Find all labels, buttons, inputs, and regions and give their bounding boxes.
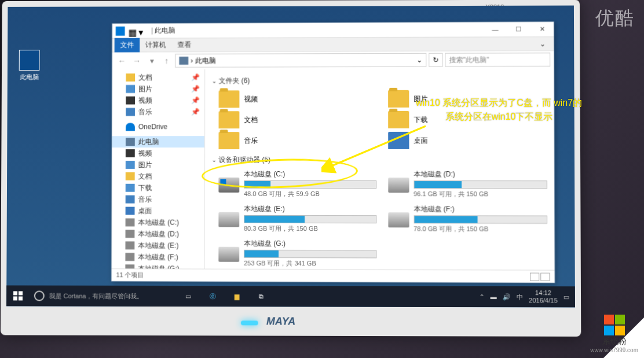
edge-icon[interactable]: ⓔ (202, 287, 223, 305)
folder-label: 文档 (244, 115, 258, 125)
notification-icon[interactable]: ▭ (564, 293, 569, 301)
sidebar-item-doc[interactable]: 文档 (112, 171, 204, 182)
desktop-icon-label: 此电脑 (12, 73, 47, 82)
tab-view[interactable]: 查看 (172, 38, 197, 52)
drive-item[interactable]: 本地磁盘 (G:) 253 GB 可用，共 341 GB (218, 239, 376, 268)
drive-item[interactable]: 本地磁盘 (E:) 80.3 GB 可用，共 150 GB (218, 204, 376, 234)
titlebar[interactable]: ▦ ▾ | 此电脑 — ☐ ✕ (112, 22, 554, 39)
sidebar-item-pic[interactable]: 图片 📌 (112, 83, 204, 95)
maximize-button[interactable]: ☐ (507, 22, 530, 37)
sidebar-item-pic[interactable]: 图片 (112, 159, 204, 171)
back-button[interactable]: ← (116, 54, 129, 67)
volume-icon[interactable]: 🔊 (503, 293, 511, 301)
chevron-down-icon: ⌄ (212, 78, 217, 84)
sidebar-item-drive[interactable]: 本地磁盘 (E:) (112, 239, 204, 251)
store-icon[interactable]: ⧉ (251, 287, 272, 305)
sidebar-item-pc[interactable]: 此电脑 (112, 136, 204, 147)
view-large-icon[interactable] (540, 272, 550, 281)
drive-usage-text: 78.0 GB 可用，共 150 GB (414, 224, 547, 234)
tray-chevron-icon[interactable]: ⌃ (479, 293, 484, 300)
sidebar-item-drive[interactable]: 本地磁盘 (G:) (112, 263, 204, 268)
folders-section-header[interactable]: ⌄ 文件夹 (6) (212, 75, 547, 86)
site-watermark: 系统粉 www.win7999.com (590, 315, 638, 353)
clock-date: 2016/4/15 (529, 297, 557, 304)
qat-dropdown-icon[interactable]: ▾ (138, 27, 147, 35)
status-text: 11 个项目 (116, 271, 144, 279)
folder-icon (219, 111, 240, 128)
pin-icon: 📌 (191, 108, 200, 116)
clock[interactable]: 14:12 2016/4/15 (529, 289, 557, 305)
sidebar-item-mus[interactable]: 音乐 (112, 194, 204, 205)
network-icon[interactable]: ▬ (491, 293, 497, 300)
address-dropdown-icon[interactable]: ⌄ (416, 56, 422, 64)
ribbon-tabs: 文件 计算机 查看 ⌄ (112, 37, 554, 53)
ime-indicator[interactable]: 中 (517, 293, 523, 301)
sidebar-item-label: 文档 (138, 171, 152, 181)
breadcrumb-sep: › (191, 57, 193, 65)
folder-item[interactable]: 图片 (388, 90, 547, 108)
forward-button[interactable]: → (130, 54, 143, 67)
monitor-power-led (241, 320, 258, 325)
sidebar-item-drive[interactable]: 本地磁盘 (D:) (112, 228, 204, 239)
sidebar-item-cloud[interactable]: OneDrive (112, 121, 204, 132)
drive-usage-bar (414, 215, 547, 224)
drive-item[interactable]: 本地磁盘 (F:) 78.0 GB 可用，共 150 GB (388, 204, 547, 234)
tab-file[interactable]: 文件 (115, 38, 140, 53)
refresh-button[interactable]: ↻ (429, 53, 442, 67)
ribbon-expand-icon[interactable]: ⌄ (534, 37, 551, 50)
folders-header-label: 文件夹 (6) (219, 76, 250, 86)
content-pane[interactable]: ⌄ 文件夹 (6) 视频 图片 文档 下载 音乐 桌面 ⌄ 设备和驱动器 (5) (204, 68, 554, 270)
folder-item[interactable]: 文档 (219, 111, 376, 128)
desktop-icon-thispc[interactable]: 此电脑 (12, 50, 47, 82)
up-button[interactable]: ↑ (160, 54, 173, 67)
sidebar-item-vid[interactable]: 视频 📌 (112, 95, 204, 106)
sidebar-item-dl[interactable]: 下载 (112, 182, 204, 194)
clock-time: 14:12 (529, 289, 557, 297)
taskview-button[interactable]: ▭ (178, 287, 199, 305)
view-details-icon[interactable] (530, 272, 539, 281)
breadcrumb[interactable]: 此电脑 (195, 56, 216, 65)
pic-icon (126, 85, 135, 93)
folder-item[interactable]: 视频 (219, 90, 376, 108)
window-title: | 此电脑 (151, 26, 175, 36)
start-button[interactable] (6, 285, 30, 306)
drive-usage-text: 253 GB 可用，共 341 GB (244, 259, 376, 268)
search-input[interactable]: 搜索"此电脑" (445, 53, 550, 67)
sidebar-item-vid[interactable]: 视频 (112, 147, 204, 159)
drives-section-header[interactable]: ⌄ 设备和驱动器 (5) (212, 155, 547, 165)
tab-computer[interactable]: 计算机 (140, 38, 171, 52)
drive-name: 本地磁盘 (D:) (414, 169, 547, 179)
drives-header-label: 设备和驱动器 (5) (219, 155, 271, 165)
address-bar[interactable]: › 此电脑 ⌄ (175, 53, 426, 68)
folder-item[interactable]: 下载 (388, 110, 547, 128)
minimize-button[interactable]: — (484, 22, 507, 37)
explorer-icon[interactable]: ▆ (226, 287, 247, 305)
sidebar-item-label: 文档 (138, 72, 152, 82)
folder-item[interactable]: 音乐 (219, 132, 376, 149)
sidebar-item-drive[interactable]: 本地磁盘 (F:) (112, 251, 204, 263)
mus-icon (126, 108, 135, 116)
chevron-down-icon: ⌄ (212, 157, 217, 163)
nav-toolbar: ← → ▾ ↑ › 此电脑 ⌄ ↻ 搜索"此电脑" (112, 51, 554, 69)
sidebar-item-mus[interactable]: 音乐 📌 (112, 106, 204, 117)
folder-item[interactable]: 桌面 (388, 132, 547, 149)
cortana-icon[interactable] (34, 291, 45, 301)
desk-icon (126, 207, 135, 215)
sidebar-item-drive[interactable]: 本地磁盘 (C:) (112, 216, 204, 228)
drive-usage-text: 80.3 GB 可用，共 150 GB (244, 224, 376, 234)
sidebar-item-label: 视频 (138, 149, 152, 158)
cortana-search-input[interactable]: 我是 Cortana，有问题尽管问我。 (49, 291, 144, 300)
sidebar-item-doc[interactable]: 文档 📌 (112, 72, 204, 83)
sidebar-item-desk[interactable]: 桌面 (112, 205, 204, 217)
close-button[interactable]: ✕ (530, 21, 554, 36)
drive-item[interactable]: 本地磁盘 (D:) 96.1 GB 可用，共 150 GB (388, 169, 547, 198)
quick-access-toolbar[interactable]: ▦ ▾ (128, 27, 147, 35)
monitor-brand: MAYA (266, 315, 295, 327)
sidebar: 文档 📌 图片 📌 视频 📌 音乐 📌 OneDrive 此电脑 视频 图片 文… (112, 69, 205, 269)
sidebar-item-label: 图片 (138, 160, 152, 169)
qat-properties-icon[interactable]: ▦ (128, 27, 136, 35)
drive-item[interactable]: 本地磁盘 (C:) 48.0 GB 可用，共 59.9 GB (218, 169, 376, 198)
sidebar-item-label: 音乐 (138, 107, 152, 117)
drive-icon (218, 247, 239, 262)
history-dropdown[interactable]: ▾ (145, 54, 158, 67)
